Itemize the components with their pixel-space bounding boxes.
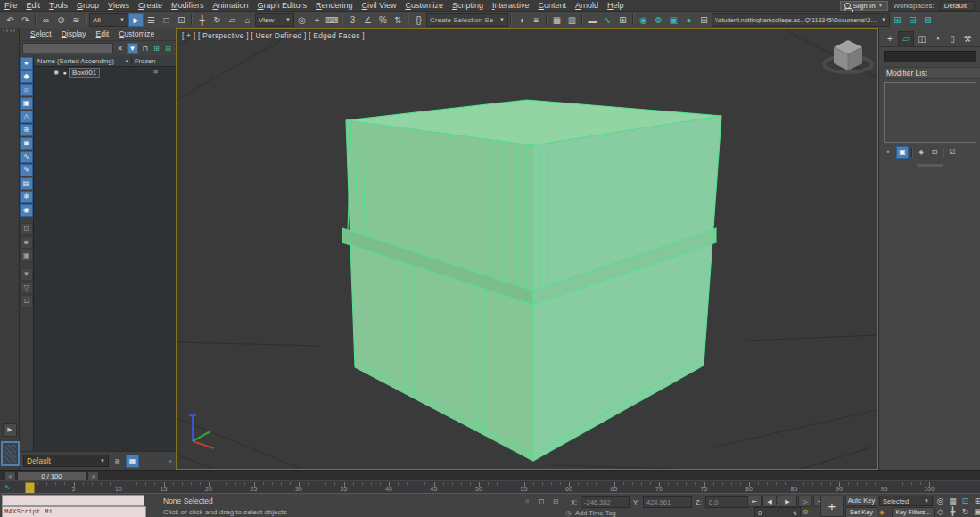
use-pivot-point-icon[interactable]: ◎	[294, 13, 309, 27]
sort-ascending-icon[interactable]: ▲	[124, 58, 129, 63]
default-tangent-icon[interactable]: ◆	[879, 508, 885, 516]
play-button[interactable]: ▶	[778, 496, 797, 507]
display-space-warps-icon[interactable]: ≋	[20, 124, 33, 136]
render-production-icon[interactable]: ●	[681, 13, 696, 27]
boxed-f-icon[interactable]: ▣	[20, 250, 33, 262]
toggle-explorer-dock-icon[interactable]: ▦	[126, 455, 139, 468]
frame-spinner-icon[interactable]: ⇅	[793, 510, 797, 516]
window-crossing-icon[interactable]: ⊡	[174, 13, 189, 27]
field-of-view-icon[interactable]: ◇	[935, 506, 946, 517]
windows-alert-icon[interactable]: ⊠	[920, 13, 935, 27]
rendered-frame-window-icon[interactable]: ▣	[666, 13, 681, 27]
named-selection-set-field[interactable]: Create Selection Se▼	[426, 13, 508, 27]
rollout-divider-handle[interactable]	[917, 164, 943, 167]
tab-hierarchy[interactable]: ◫	[915, 32, 929, 46]
angle-snap-icon[interactable]: ∠	[360, 13, 375, 27]
object-name-field[interactable]	[884, 51, 976, 62]
go-to-start-button[interactable]: ⇤	[747, 496, 762, 507]
toggle-scene-explorer-icon[interactable]: ▦	[549, 13, 564, 27]
z-coordinate-field[interactable]: 0.0	[705, 496, 749, 508]
chevron-down-icon[interactable]: ▼	[924, 498, 929, 504]
spinner-snap-icon[interactable]: ⇅	[391, 13, 406, 27]
mirror-icon[interactable]: ◑	[514, 13, 529, 27]
menu-arnold[interactable]: Arnold	[571, 1, 603, 11]
previous-frame-button[interactable]: ◀	[762, 496, 777, 507]
solid-square-icon[interactable]: ■	[20, 236, 33, 249]
visibility-icon[interactable]: ◉	[52, 69, 61, 76]
object-name[interactable]: Box001	[69, 68, 100, 78]
display-shapes-icon[interactable]: ◆	[20, 70, 33, 83]
align-icon[interactable]: ≡	[529, 13, 544, 27]
menu-graph-editors[interactable]: Graph Editors	[253, 1, 312, 11]
material-editor-icon[interactable]: ◉	[636, 13, 651, 27]
menu-file[interactable]: File	[0, 1, 22, 11]
chevron-down-icon[interactable]: ▼	[285, 17, 291, 22]
explorer-menu-select[interactable]: Select	[30, 29, 52, 38]
display-helpers-icon[interactable]: △	[20, 111, 33, 123]
display-materials-icon[interactable]: ◙	[20, 137, 33, 150]
chevron-down-icon[interactable]: ▼	[878, 3, 884, 8]
pan-icon[interactable]: ╋	[947, 506, 959, 517]
selection-lock-icon[interactable]: ⊓	[536, 496, 547, 507]
sync-selection-icon[interactable]: ⊡	[20, 223, 33, 235]
select-object-icon[interactable]: ►	[128, 13, 144, 27]
unlink-selection-icon[interactable]: ⊘	[54, 13, 69, 27]
modifier-list-dropdown[interactable]: Modifier List	[883, 67, 980, 79]
select-and-move-icon[interactable]: ╋	[194, 13, 210, 27]
select-and-place-icon[interactable]: ⌂	[240, 13, 255, 27]
hierarchy-tree-icon[interactable]: ⊞	[152, 44, 161, 53]
display-geometry-icon[interactable]: ●	[20, 57, 33, 70]
percent-snap-icon[interactable]: %	[375, 13, 391, 27]
viewport[interactable]: [ + ] [ Perspective ] [ User Defined ] […	[176, 28, 878, 470]
menu-animation[interactable]: Animation	[208, 1, 252, 11]
display-hidden-icon[interactable]: ◉	[20, 204, 33, 217]
menu-edit[interactable]: Edit	[22, 1, 45, 11]
new-key-tangent-icon[interactable]: ⚙	[803, 508, 809, 516]
tab-modify[interactable]: ▱	[898, 31, 914, 46]
viewport-canvas[interactable]	[177, 29, 877, 469]
display-bones-icon[interactable]: ∿	[20, 151, 33, 163]
chevron-down-icon[interactable]: ▼	[119, 17, 125, 22]
remove-modifier-icon[interactable]: ⊟	[929, 147, 940, 158]
trackbar-curve-toggle-icon[interactable]: ∿	[4, 483, 11, 491]
modifier-stack-list[interactable]	[884, 82, 976, 143]
make-unique-icon[interactable]: ◈	[916, 147, 926, 158]
menu-group[interactable]: Group	[72, 1, 103, 11]
column-frozen[interactable]: Frozen	[131, 57, 176, 65]
x-coordinate-field[interactable]: -246.382	[581, 496, 630, 508]
toggle-layer-explorer-icon[interactable]: ▥	[564, 13, 580, 27]
windows-cursor-icon[interactable]: ⊟	[905, 13, 920, 27]
display-cameras-icon[interactable]: ▣	[20, 97, 33, 110]
menu-create[interactable]: Create	[134, 1, 167, 11]
toggle-ribbon-icon[interactable]: ▬	[585, 13, 600, 27]
key-filters-button[interactable]: Key Filters...	[892, 507, 935, 517]
menu-civil-view[interactable]: Civil View	[358, 1, 401, 11]
select-and-rotate-icon[interactable]: ↻	[210, 13, 225, 27]
sign-in-button[interactable]: Sign In ▼	[840, 1, 888, 11]
render-grid-icon[interactable]: ⊞	[696, 13, 712, 27]
menu-views[interactable]: Views	[103, 1, 134, 11]
list-header[interactable]: Name (Sorted Ascending) ▲ Frozen	[34, 55, 176, 67]
snaps-toggle-icon[interactable]: 3	[345, 13, 360, 27]
show-end-result-icon[interactable]: ▣	[896, 146, 909, 159]
viewport-layout-tab[interactable]	[1, 441, 20, 466]
display-containers-icon[interactable]: ▤	[20, 177, 33, 190]
maxscript-mini-listener-output[interactable]: MAXScript Mi	[2, 506, 146, 517]
add-time-tag[interactable]: Add Time Tag	[575, 509, 616, 517]
large-add-key-button[interactable]: +	[820, 496, 844, 517]
next-frame-button[interactable]: ▷	[798, 496, 812, 507]
keyboard-shortcut-override-icon[interactable]: ⌨	[325, 13, 340, 27]
frozen-toggle-icon[interactable]: ✱	[136, 69, 176, 76]
basket-icon[interactable]: ⊔	[20, 295, 33, 308]
menu-customize[interactable]: Customize	[400, 1, 448, 11]
configure-modifier-sets-icon[interactable]: ☑	[947, 147, 958, 158]
schematic-view-icon[interactable]: ⊞	[615, 13, 630, 27]
select-and-scale-icon[interactable]: ▱	[225, 13, 240, 27]
lock-cell-editing-icon[interactable]: ⊓	[140, 44, 150, 53]
filter-icon[interactable]: ▼	[127, 43, 138, 54]
set-key-button[interactable]: Set Key	[845, 507, 877, 517]
funnel-icon[interactable]: ▽	[20, 282, 33, 294]
display-frozen-icon[interactable]: ❄	[20, 191, 33, 203]
current-frame-field[interactable]: 0 ⇅	[754, 507, 801, 517]
table-row[interactable]: ◉ ● Box001 ✱	[34, 67, 176, 78]
